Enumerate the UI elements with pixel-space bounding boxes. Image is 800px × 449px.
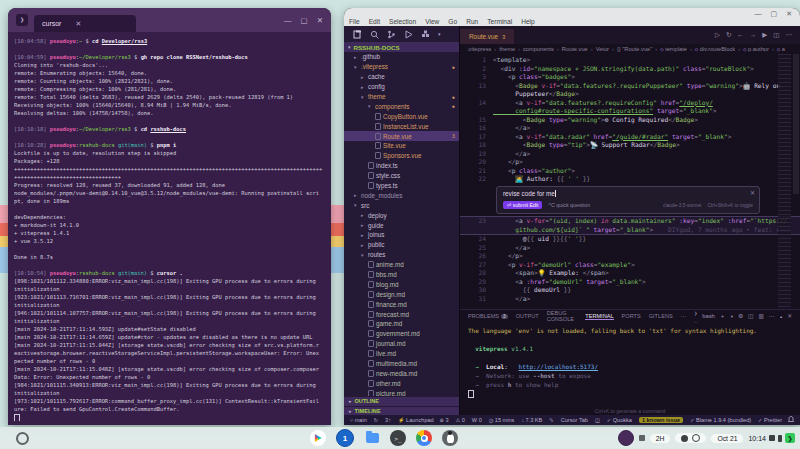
panel-tab-output[interactable]: OUTPUT (516, 313, 539, 319)
minimap[interactable] (778, 54, 791, 309)
minimize-icon[interactable]: — (755, 10, 762, 18)
linux-penguin-icon[interactable] (442, 430, 458, 446)
breadcrumb-item[interactable]: Route.vue (562, 46, 588, 52)
breadcrumb-item[interactable]: theme (499, 46, 515, 52)
workspace-header[interactable]: ▾ RSSHUB-DOCS (344, 42, 459, 52)
submit-edit-button[interactable]: ⏎ submit Edit (503, 201, 542, 209)
tree-item-journal.md[interactable]: journal.md (344, 339, 459, 349)
tree-item-design.md[interactable]: design.md (344, 289, 459, 299)
tree-item-components[interactable]: ▾components● (344, 101, 459, 111)
status-item-edit[interactable]: ✎ (549, 417, 553, 423)
status-item-sync-count[interactable]: 3↑ (385, 417, 391, 423)
breadcrumb-item[interactable]: .vitepress (467, 46, 491, 52)
chevron-down-icon[interactable]: ▾ (731, 314, 733, 319)
menu-item-file[interactable]: File (349, 18, 360, 25)
tree-item-theme[interactable]: ▾theme● (344, 92, 459, 102)
close-icon[interactable]: ✕ (317, 16, 323, 25)
extensions-icon[interactable] (421, 30, 430, 39)
shell-label[interactable]: bash (702, 313, 715, 319)
breadcrumb-item[interactable]: components (523, 46, 554, 52)
tree-item-bbs.md[interactable]: bbs.md (344, 270, 459, 280)
tree-item-src[interactable]: ▾src (344, 200, 459, 210)
breadcrumb-item[interactable]: {} "Route.vue" (617, 46, 652, 52)
menu-item-view[interactable]: View (425, 18, 439, 25)
status-item-gitblame[interactable]: ✓Blame 1.9.4 (bundled) (690, 417, 751, 423)
status-item-time-tracker[interactable]: ◷15 mins (489, 417, 515, 423)
close-icon[interactable]: ✕ (750, 189, 755, 196)
panel-tab-terminal[interactable]: TERMINAL (585, 313, 613, 320)
menu-item-terminal[interactable]: Terminal (487, 18, 512, 25)
notifications-bell-icon[interactable] (788, 416, 794, 424)
status-item-git-branch[interactable]: ⑂main (350, 417, 367, 423)
menu-item-selection[interactable]: Selection (389, 18, 416, 25)
close-panel-icon[interactable]: ✕ (787, 313, 792, 319)
panel-tab-gitlens[interactable]: GITLENS (649, 313, 673, 319)
split-panel-icon[interactable]: ◫ (748, 313, 753, 319)
chrome-icon[interactable] (416, 430, 432, 446)
chat-input[interactable]: revise code for me (503, 190, 555, 197)
settings-gear-icon[interactable]: ⚙ (738, 313, 743, 319)
tree-item-picture.md[interactable]: picture.md (344, 388, 459, 396)
more-actions-icon[interactable]: ⋯ (769, 313, 775, 319)
files-app-icon[interactable] (364, 430, 380, 446)
menu-item-run[interactable]: Run (466, 18, 478, 25)
tree-item-Route.vue[interactable]: Route.vue3 (344, 131, 459, 141)
tree-item-multimedia.md[interactable]: multimedia.md (344, 359, 459, 369)
tree-item-finance.md[interactable]: finance.md (344, 299, 459, 309)
panel-tab-ports[interactable]: PORTS (622, 313, 641, 319)
maximize-icon[interactable]: ▢ (771, 10, 778, 18)
tree-item-anime.md[interactable]: anime.md (344, 260, 459, 270)
cursor-inline-chat[interactable]: revise code for me ⏎ submit Edit ^C quic… (496, 186, 760, 215)
breadcrumb-item[interactable]: template (660, 46, 687, 52)
tree-item-types.ts[interactable]: types.ts (344, 181, 459, 191)
tree-item-index.ts[interactable]: index.ts (344, 161, 459, 171)
integrated-terminal[interactable]: The language 'env' is not loaded, fallin… (460, 322, 800, 415)
breadcrumb-item[interactable]: a (777, 46, 785, 52)
tree-item-forecast.md[interactable]: forecast.md (344, 309, 459, 319)
status-area[interactable]: 10:14 ❯ (748, 433, 795, 443)
timeline-section[interactable]: ▸ TIMELINE (344, 407, 459, 416)
tree-item-Site.vue[interactable]: Site.vue (344, 141, 459, 151)
tree-item-node_modules[interactable]: ▸node_modules (344, 190, 459, 200)
maximize-panel-icon[interactable]: ▴ (780, 314, 782, 319)
tab-route-vue[interactable]: Route.vue 3 (460, 29, 514, 44)
editor-action-icon--[interactable]: ◫ (773, 31, 779, 39)
launcher-button[interactable] (16, 432, 29, 445)
editor-action-icon--[interactable]: ⋯ (786, 31, 793, 39)
tree-item-Sponsors.vue[interactable]: Sponsors.vue (344, 151, 459, 161)
tree-item-.github[interactable]: ▸.github (344, 52, 459, 62)
tree-item-other.md[interactable]: other.md (344, 378, 459, 388)
source-control-icon[interactable] (387, 30, 396, 39)
editor-scrollbar[interactable] (791, 54, 800, 309)
status-item-git-sync[interactable]: ↻ (374, 417, 378, 423)
status-item-layout[interactable]: ◫ (595, 417, 600, 423)
chevron-down-icon[interactable]: ▾ (438, 31, 441, 37)
play-store-icon[interactable] (310, 430, 326, 446)
panel-tab-problems[interactable]: PROBLEMS3 (468, 313, 508, 319)
editor-action-icon--[interactable]: ← (737, 31, 744, 39)
run-debug-icon[interactable] (404, 30, 413, 39)
code-editor[interactable]: 1<template>2 <div :id="namespace + JSON.… (460, 54, 800, 309)
avatar[interactable] (618, 430, 634, 446)
status-item-launchpad[interactable]: ⚡Launchpad (398, 417, 434, 423)
tab-close-icon[interactable]: ✕ (75, 20, 81, 28)
tree-item-live.md[interactable]: live.md (344, 349, 459, 359)
tree-item-cache[interactable]: ▸cache (344, 72, 459, 82)
menu-item-edit[interactable]: Edit (369, 18, 380, 25)
tree-item-style.css[interactable]: style.css (344, 171, 459, 181)
screen-time-pill[interactable]: 2H (650, 434, 671, 443)
maximize-icon[interactable]: ▢ (301, 16, 308, 25)
files-icon[interactable] (353, 30, 362, 39)
terminal-tab[interactable]: cursor ✕ (34, 15, 136, 32)
breadcrumb-item[interactable]: Vetur (596, 46, 609, 52)
date-pill[interactable]: Oct 21 (711, 434, 743, 443)
minimize-icon[interactable]: — (284, 16, 292, 25)
status-item-w-counter[interactable]: W 0 (472, 417, 482, 423)
terminal-app-icon[interactable]: >_ (390, 430, 406, 446)
vscode-titlebar[interactable]: FileEditSelectionViewGoRunTerminalHelp —… (344, 8, 800, 26)
tree-item-config[interactable]: ▸config (344, 82, 459, 92)
menu-item-help[interactable]: Help (521, 18, 535, 25)
kill-terminal-icon[interactable]: ▥ (759, 313, 764, 319)
tree-item-public[interactable]: ▸public (344, 240, 459, 250)
status-item-prettier[interactable]: ✓Prettier (758, 417, 782, 423)
